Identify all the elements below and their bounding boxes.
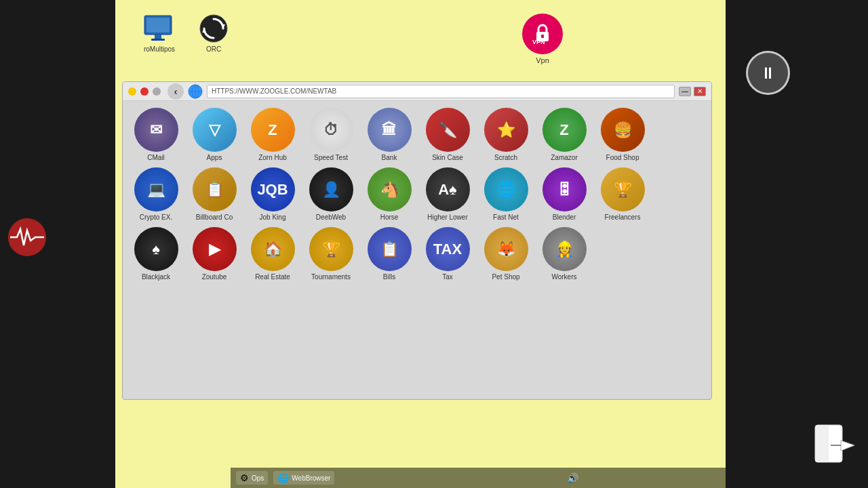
app-icon-deepweb: 👤 [309, 167, 353, 211]
app-icon-freelancers: 🏆 [601, 167, 645, 211]
app-item-crypto[interactable]: 💻Crypto EX. [130, 167, 182, 222]
traffic-light-red[interactable] [140, 87, 149, 96]
app-item-skincase[interactable]: 🔪Skin Case [421, 108, 474, 162]
app-item-higherlower[interactable]: A♠Higher Lower [421, 167, 474, 222]
back-button[interactable]: ‹ [167, 83, 184, 100]
app-label-fastnet: Fast Net [493, 214, 519, 222]
app-label-blackjack: Blackjack [142, 273, 170, 281]
app-label-foodshop: Food Shop [606, 154, 639, 162]
svg-rect-16 [815, 425, 829, 462]
traffic-light-yellow[interactable] [128, 87, 136, 96]
pause-button[interactable]: ⏸ [746, 51, 790, 95]
desktop-icons: rоMultipos ORC [136, 14, 237, 53]
app-item-realestate[interactable]: 🏠Real Estate [246, 227, 299, 281]
url-text: HTTPS://WWW.ZOOGLE.COM/NEWTAB [212, 87, 336, 95]
vpn-button[interactable]: VPN Vpn [522, 14, 563, 64]
app-label-crypto: Crypto EX. [140, 214, 172, 222]
app-icon-zamazor: Z [542, 108, 587, 152]
app-icon-blender: 🎛 [542, 167, 587, 211]
app-label-zamazor: Zamazor [551, 154, 577, 162]
app-grid: ✉CMail▽AppsZZorn Hub⏱Speed Test🏛Bank🔪Ski… [123, 101, 711, 288]
app-item-apps[interactable]: ▽Apps [188, 108, 241, 162]
app-item-zamazor[interactable]: ZZamazor [538, 108, 591, 162]
app-label-skincase: Skin Case [432, 154, 463, 162]
app-icon-horse: 🐴 [368, 167, 412, 211]
url-bar[interactable]: HTTPS://WWW.ZOOGLE.COM/NEWTAB [207, 85, 675, 98]
app-label-horse: Horse [380, 214, 399, 222]
taskbar: ⚙ Ops 🌐 WebBrowser 🔊 12:29 [231, 468, 726, 488]
svg-rect-3 [155, 35, 161, 39]
app-icon-petshop: 🦊 [484, 227, 528, 271]
app-item-billboard[interactable]: 📋Billboard Co [188, 167, 241, 222]
svg-rect-9 [541, 35, 544, 38]
app-icon-apps: ▽ [193, 108, 237, 152]
browser-window: ‹ HTTPS://WWW.ZOOGLE.COM/NEWTAB — ✕ ✉CMa… [122, 81, 712, 400]
app-item-tournaments[interactable]: 🏆Tournaments [304, 227, 357, 281]
app-item-deepweb[interactable]: 👤DeebWeb [304, 167, 357, 222]
taskbar-volume: 🔊 [567, 472, 578, 483]
app-icon-zornhub: Z [251, 108, 295, 152]
computer-icon [141, 14, 178, 44]
app-icon-billboard: 📋 [193, 167, 237, 211]
app-icon-bills: 📋 [368, 227, 412, 271]
app-label-higherlower: Higher Lower [427, 214, 467, 222]
app-item-blackjack[interactable]: ♠Blackjack [130, 227, 182, 281]
svg-text:VPN: VPN [532, 39, 545, 45]
desktop-icon-computer[interactable]: rоMultipos [136, 14, 183, 53]
app-item-jobking[interactable]: JQBJob King [246, 167, 299, 222]
left-border [0, 0, 115, 488]
app-label-realestate: Real Estate [255, 273, 290, 281]
app-item-fastnet[interactable]: 🌐Fast Net [479, 167, 532, 222]
taskbar-item-ops[interactable]: ⚙ Ops [236, 471, 268, 485]
minimize-button[interactable]: — [679, 87, 691, 96]
app-item-zoutube[interactable]: ▶Zoutube [188, 227, 241, 281]
app-item-foodshop[interactable]: 🍔Food Shop [596, 108, 649, 162]
app-item-freelancers[interactable]: 🏆Freelancers [596, 167, 649, 222]
app-label-tournaments: Tournaments [311, 273, 351, 281]
svg-rect-4 [151, 39, 165, 41]
app-icon-zoutube: ▶ [193, 227, 237, 271]
app-label-blender: Blender [553, 214, 576, 222]
computer-icon-label: rоMultipos [144, 45, 175, 53]
browser-globe-icon [188, 84, 203, 99]
traffic-light-gray[interactable] [153, 87, 161, 96]
browser-titlebar: ‹ HTTPS://WWW.ZOOGLE.COM/NEWTAB — ✕ [123, 82, 711, 101]
app-item-petshop[interactable]: 🦊Pet Shop [479, 227, 532, 281]
browser-controls: — ✕ [679, 87, 706, 96]
exit-button[interactable] [814, 424, 854, 468]
app-label-cmail: CMail [147, 154, 165, 162]
app-label-billboard: Billboard Co [196, 214, 233, 222]
app-label-speedtest: Speed Test [314, 154, 348, 162]
app-icon-skincase: 🔪 [426, 108, 470, 152]
app-item-workers[interactable]: 👷Workers [538, 227, 591, 281]
vpn-circle: VPN [522, 14, 563, 54]
app-label-tax: Tax [442, 273, 453, 281]
app-item-horse[interactable]: 🐴Horse [363, 167, 416, 222]
app-item-speedtest[interactable]: ⏱Speed Test [304, 108, 357, 162]
app-item-scratch[interactable]: ⭐Scratch [479, 108, 532, 162]
app-label-petshop: Pet Shop [492, 273, 519, 281]
app-item-bills[interactable]: 📋Bills [363, 227, 416, 281]
desktop-icon-sync[interactable]: ORC [190, 14, 237, 53]
app-label-jobking: Job King [260, 214, 286, 222]
app-icon-fastnet: 🌐 [484, 167, 528, 211]
svg-marker-17 [841, 441, 854, 451]
taskbar-ops-label: Ops [252, 474, 264, 482]
app-icon-tax: TAX [426, 227, 470, 271]
app-item-blender[interactable]: 🎛Blender [538, 167, 591, 222]
app-item-bank[interactable]: 🏛Bank [363, 108, 416, 162]
app-label-apps: Apps [207, 154, 222, 162]
taskbar-item-webbrowser[interactable]: 🌐 WebBrowser [273, 471, 334, 485]
app-icon-bank: 🏛 [368, 108, 412, 152]
app-icon-workers: 👷 [542, 227, 587, 271]
sync-icon-label: ORC [206, 45, 221, 53]
app-icon-speedtest: ⏱ [309, 108, 353, 152]
app-item-tax[interactable]: TAXTax [421, 227, 474, 281]
svg-rect-2 [146, 18, 170, 33]
app-item-cmail[interactable]: ✉CMail [130, 108, 182, 162]
pause-icon: ⏸ [760, 65, 776, 81]
app-item-zornhub[interactable]: ZZorn Hub [246, 108, 299, 162]
close-button[interactable]: ✕ [694, 87, 706, 96]
app-icon-realestate: 🏠 [251, 227, 295, 271]
taskbar-webbrowser-label: WebBrowser [292, 474, 330, 482]
